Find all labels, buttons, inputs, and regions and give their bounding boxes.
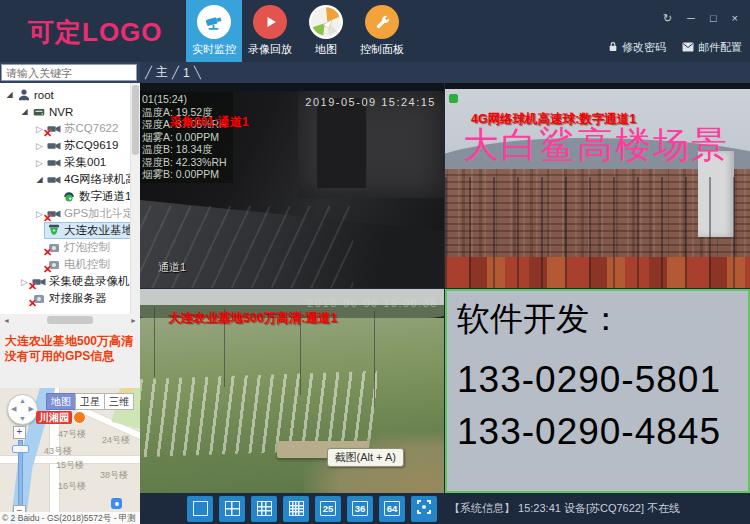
sensor-osd-line: 烟雾B: 0.00PPM xyxy=(142,168,227,181)
camera-icon xyxy=(47,173,61,187)
scene-caption: 大白鲨高楼场景 xyxy=(463,121,729,170)
layout-16-button[interactable] xyxy=(283,496,309,522)
tree-item-bulb-control[interactable]: ✕灯泡控制 xyxy=(0,239,130,256)
scroll-right-icon[interactable]: ► xyxy=(130,317,137,324)
tree-item-caiji-001[interactable]: ▷采集001 xyxy=(0,154,130,171)
video-timestamp: 2018-06-09 19:00:38 xyxy=(307,297,438,309)
tree-item-root[interactable]: ◢root xyxy=(0,86,130,103)
tree-item-digital-ch1[interactable]: 数字通道1 xyxy=(0,188,130,205)
map-tab-active[interactable]: 地图 xyxy=(46,393,76,410)
camera-icon: ✕ xyxy=(32,275,46,289)
search-input[interactable] xyxy=(1,64,137,81)
tree-item-gps-beidou[interactable]: ▷✕GPS加北斗定位车载 xyxy=(0,205,130,222)
poi-label: 川湘园 xyxy=(36,411,72,424)
device-tree: ◢root◢NVR▷✕苏CQ7622▷苏CQ9619▷采集001◢4G网络球机高… xyxy=(0,83,130,314)
map-building-label: 24号楼 xyxy=(102,434,130,447)
tree-vertical-scrollbar[interactable] xyxy=(130,83,140,314)
refresh-button[interactable]: ↻ xyxy=(663,12,672,24)
tree-item-motor-control[interactable]: ✕电机控制 xyxy=(0,256,130,273)
minimize-button[interactable]: ─ xyxy=(687,12,695,24)
tree-item-label: root xyxy=(34,89,54,101)
map-building-label: 15号楼 xyxy=(56,459,84,472)
grid-9-icon xyxy=(257,501,272,516)
camera-osd-title: 大连农业基地500万高清:通道1 xyxy=(168,310,337,327)
tree-item-su-cq9619[interactable]: ▷苏CQ9619 xyxy=(0,137,130,154)
app-logo: 可定LOGO xyxy=(28,15,163,50)
tree-item-label: 苏CQ9619 xyxy=(64,138,118,153)
map-poi: 川湘园 xyxy=(36,411,86,424)
expand-arrow-icon[interactable]: ▷ xyxy=(34,141,45,151)
bottom-toolbar: 253664 【系统信息】 15:23:41 设备[苏CQ7622] 不在线 xyxy=(140,493,750,524)
collapse-arrow-icon[interactable]: ◢ xyxy=(34,175,45,184)
app-window: 可定LOGO 实时监控录像回放地图控制面板 ↻─□× 修改密码邮件配置 ◢roo… xyxy=(0,0,750,524)
close-button[interactable]: × xyxy=(732,12,738,24)
tree-item-label: GPS加北斗定位车载 xyxy=(64,206,130,221)
transit-poi-icon xyxy=(111,498,122,509)
status-message: 【系统信息】 15:23:41 设备[苏CQ7622] 不在线 xyxy=(449,501,680,516)
layout-1-button[interactable] xyxy=(187,496,213,522)
camera-icon xyxy=(47,156,61,170)
map-building-label: 38号楼 xyxy=(100,469,128,482)
map-tab-inactive[interactable]: 三维 xyxy=(104,393,134,410)
contact-phone: 133-0290-5801 xyxy=(457,359,738,401)
scrollbar-thumb[interactable] xyxy=(47,316,93,324)
window-controls: ↻─□× xyxy=(663,12,738,24)
tab-separator xyxy=(193,66,201,80)
map-building-label: 47号楼 xyxy=(58,428,86,441)
nvr-icon xyxy=(32,105,46,119)
view-tab-bar: 主 1 xyxy=(140,62,750,83)
signal-icon xyxy=(449,94,458,103)
nav-control-panel[interactable]: 控制面板 xyxy=(354,0,410,62)
tree-item-4g-dome[interactable]: ◢4G网络球机高速球 xyxy=(0,171,130,188)
video-panel-contact[interactable]: 软件开发： 133-0290-5801 133-0290-4845 xyxy=(445,289,750,493)
tree-item-label: 4G网络球机高速球 xyxy=(64,172,130,187)
tab-page-1[interactable]: 1 xyxy=(183,66,190,80)
tab-main[interactable]: 主 xyxy=(156,64,168,81)
video-panel-rooftop[interactable]: 4G网络球机高速球:数字通道1 大白鲨高楼场景 xyxy=(445,83,750,288)
screenshot-tooltip: 截图(Alt + A) xyxy=(327,448,404,467)
expand-arrow-icon[interactable]: ▷ xyxy=(34,158,45,168)
device-icon: ✕ xyxy=(32,292,46,306)
layout-36-button[interactable]: 36 xyxy=(347,496,373,522)
email-config-button[interactable]: 邮件配置 xyxy=(682,40,742,55)
collapse-arrow-icon[interactable]: ◢ xyxy=(4,90,15,99)
map-tab-inactive[interactable]: 卫星 xyxy=(75,393,105,410)
tree-horizontal-scrollbar[interactable]: ◄ ► xyxy=(0,314,140,326)
device-icon: ✕ xyxy=(47,241,61,255)
video-panel-garage[interactable]: 01(15:24)温度A: 19.52度湿度A: 37.05%RH烟雾A: 0.… xyxy=(140,83,444,288)
map-icon xyxy=(309,5,343,39)
tree-item-nvr[interactable]: ◢NVR xyxy=(0,103,130,120)
tree-item-label: 采集001 xyxy=(64,155,106,170)
device-icon: ✕ xyxy=(47,258,61,272)
layout-fullscreen-button[interactable] xyxy=(411,496,437,522)
tree-item-dalian-farm[interactable]: 大连农业基地500万 xyxy=(0,222,130,239)
tree-item-capture-dvr[interactable]: ▷✕采集硬盘录像机 xyxy=(0,273,130,290)
layout-9-button[interactable] xyxy=(251,496,277,522)
restaurant-poi-icon xyxy=(73,411,86,424)
change-password-button[interactable]: 修改密码 xyxy=(608,40,666,55)
map-zoom-handle[interactable] xyxy=(12,445,29,453)
channel-icon xyxy=(62,190,76,204)
dome-icon xyxy=(47,224,61,238)
device-search xyxy=(0,62,140,83)
scroll-left-icon[interactable]: ◄ xyxy=(3,317,10,324)
layout-25-button[interactable]: 25 xyxy=(315,496,341,522)
gps-notice: 大连农业基地500万高清 没有可用的GPS信息 xyxy=(0,326,140,388)
grid-4-icon xyxy=(225,501,240,516)
mini-map[interactable]: ▲▼ ◀▶ 地图卫星三维 川湘园 + − © 2 Baidu - GS(2018… xyxy=(0,388,140,524)
video-panel-farm[interactable]: 大连农业基地500万高清:通道1 2018-06-09 19:00:38 截图(… xyxy=(140,289,444,493)
tree-item-su-cq7622[interactable]: ▷✕苏CQ7622 xyxy=(0,120,130,137)
notice-line: 没有可用的GPS信息 xyxy=(5,349,135,364)
tree-item-docking-server[interactable]: ✕对接服务器 xyxy=(0,290,130,307)
collapse-arrow-icon[interactable]: ◢ xyxy=(19,107,30,116)
nav-live-monitor[interactable]: 实时监控 xyxy=(186,0,242,62)
maximize-button[interactable]: □ xyxy=(710,12,717,24)
nav-map[interactable]: 地图 xyxy=(298,0,354,62)
layout-64-button[interactable]: 64 xyxy=(379,496,405,522)
nav-playback[interactable]: 录像回放 xyxy=(242,0,298,62)
grid-1-icon xyxy=(193,501,208,516)
map-zoom-in-button[interactable]: + xyxy=(13,426,26,439)
sensor-osd-line: 湿度B: 42.33%RH xyxy=(142,156,227,169)
map-pan-control[interactable]: ▲▼ ◀▶ xyxy=(7,394,38,425)
layout-4-button[interactable] xyxy=(219,496,245,522)
